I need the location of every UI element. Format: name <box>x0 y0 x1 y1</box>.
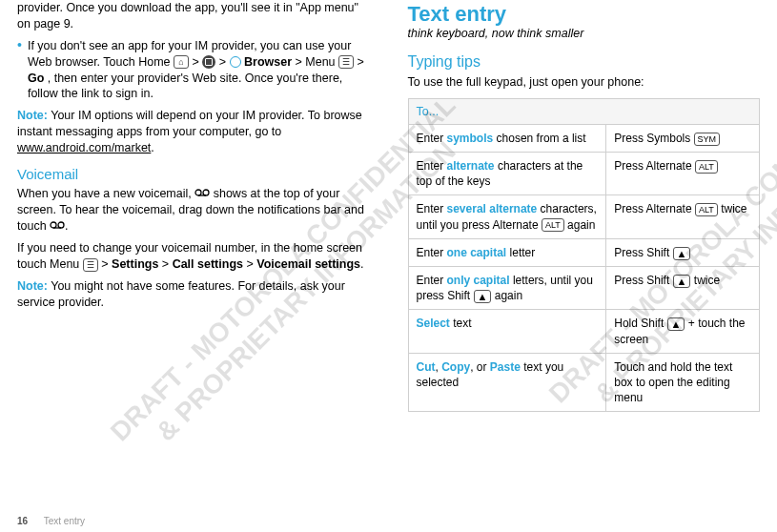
note-text: Your IM options will depend on your IM p… <box>17 109 362 138</box>
call-settings-label: Call settings <box>173 257 243 271</box>
tip-method: Press Alternate ALT twice <box>606 195 760 238</box>
voicemail-icon <box>50 218 65 235</box>
voicemail-icon <box>194 186 210 202</box>
table-row: Enter symbols chosen from a listPress Sy… <box>408 124 760 152</box>
bullet-item: • If you don't see an app for your IM pr… <box>17 38 370 103</box>
page-number: 16 <box>17 516 28 526</box>
note-label: Note: <box>17 109 48 122</box>
table-row: Enter several alternate characters, unti… <box>408 195 760 238</box>
table-row: Enter one capital letterPress Shift ▲ <box>408 238 760 266</box>
go-label: Go <box>28 72 44 85</box>
tip-method: Press Shift ▲ <box>606 238 760 266</box>
typing-tips-heading: Typing tips <box>408 53 761 71</box>
tip-method: Press Alternate ALT <box>606 153 760 195</box>
tip-action: Enter symbols chosen from a list <box>408 124 606 152</box>
right-column: Text entry think keyboard, now think sma… <box>408 0 761 496</box>
intro-tail: provider. Once you download the app, you… <box>17 0 370 32</box>
sym-key-icon: SYM <box>694 133 721 146</box>
home-icon: ⌂ <box>174 55 189 69</box>
alt-key-icon: ALT <box>542 218 564 232</box>
settings-label: Settings <box>112 257 158 271</box>
note-features: Note: You might not have some features. … <box>17 278 370 311</box>
note-im: Note: Your IM options will depend on you… <box>17 108 370 156</box>
tip-action: Enter several alternate characters, unti… <box>408 195 606 238</box>
svg-point-0 <box>195 190 201 195</box>
alt-key-icon: ALT <box>695 203 718 216</box>
browser-label: Browser <box>244 55 292 69</box>
left-column: provider. Once you download the app, you… <box>17 0 370 496</box>
sep: > <box>101 257 112 271</box>
tip-method: Press Symbols SYM <box>606 124 760 152</box>
page-footer: 16 Text entry <box>17 516 85 526</box>
bullet-text: If you don't see an app for your IM prov… <box>28 38 370 103</box>
menu-icon: ☰ <box>338 55 354 69</box>
text-entry-title: Text entry <box>408 2 761 27</box>
svg-point-1 <box>203 190 209 195</box>
voicemail-p2: If you need to change your voicemail num… <box>17 240 370 273</box>
launcher-icon <box>202 55 215 69</box>
voicemail-p1: When you have a new voicemail, shows at … <box>17 186 370 235</box>
tip-action: Enter only capital letters, until you pr… <box>408 267 606 310</box>
table-row: Enter alternate characters at the top of… <box>408 153 760 195</box>
vm-p1a: When you have a new voicemail, <box>17 187 194 200</box>
typing-tips-intro: To use the full keypad, just open your p… <box>408 74 761 91</box>
tip-action: Enter alternate characters at the top of… <box>408 153 606 195</box>
tip-method: Press Shift ▲ twice <box>606 267 760 310</box>
footer-section: Text entry <box>44 516 85 526</box>
sep: > <box>246 257 256 271</box>
table-row: Select textHold Shift ▲ + touch the scre… <box>408 310 760 353</box>
svg-point-4 <box>58 222 64 228</box>
bullet-dot-icon: • <box>17 38 22 103</box>
table-row: Cut, Copy, or Paste text you selectedTou… <box>408 353 760 412</box>
table-row: Enter only capital letters, until you pr… <box>408 267 760 310</box>
sep: > Menu <box>296 55 339 69</box>
shift-key-icon: ▲ <box>673 275 691 288</box>
tip-action: Cut, Copy, or Paste text you selected <box>408 353 606 412</box>
voicemail-settings-label: Voicemail settings <box>256 257 360 271</box>
text-entry-subtitle: think keyboard, now think smaller <box>408 27 761 40</box>
sep: > <box>219 55 230 69</box>
sep: > <box>358 55 364 69</box>
sep: > <box>192 55 202 69</box>
tip-action: Enter one capital letter <box>408 238 606 266</box>
note-text: You might not have some features. For de… <box>17 279 345 309</box>
menu-icon: ☰ <box>83 258 98 272</box>
shift-key-icon: ▲ <box>673 247 691 260</box>
tips-table: To... Enter symbols chosen from a listPr… <box>408 98 761 412</box>
tip-method: Touch and hold the text box to open the … <box>606 353 760 412</box>
alt-key-icon: ALT <box>695 160 718 174</box>
tip-action: Select text <box>408 310 606 353</box>
svg-point-3 <box>51 222 56 228</box>
page-columns: provider. Once you download the app, you… <box>0 0 777 496</box>
market-link[interactable]: www.android.com/market <box>17 141 151 154</box>
note-label: Note: <box>17 279 48 293</box>
table-header: To... <box>408 98 760 124</box>
voicemail-heading: Voicemail <box>17 166 370 182</box>
shift-key-icon: ▲ <box>667 317 685 331</box>
browser-icon <box>230 56 241 68</box>
bullet-post: , then enter your provider's Web site. O… <box>28 72 342 101</box>
sep: > <box>162 257 173 271</box>
tip-method: Hold Shift ▲ + touch the screen <box>606 310 760 353</box>
shift-key-icon: ▲ <box>474 290 492 303</box>
